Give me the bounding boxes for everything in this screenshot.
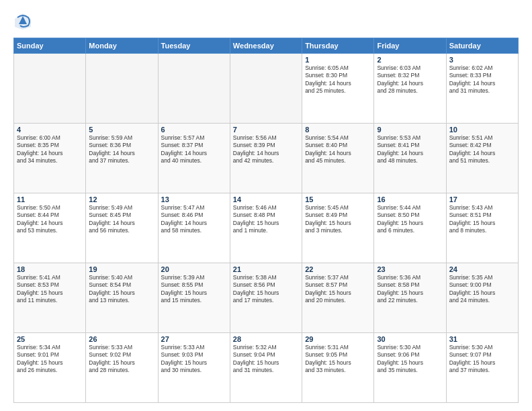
- calendar-cell: 5Sunrise: 5:59 AMSunset: 8:36 PMDaylight…: [86, 124, 158, 193]
- day-info: Sunrise: 5:36 AMSunset: 8:58 PMDaylight:…: [377, 274, 443, 305]
- day-number: 4: [17, 126, 83, 134]
- day-info: Sunrise: 6:02 AMSunset: 8:33 PMDaylight:…: [449, 64, 515, 95]
- calendar-cell: 8Sunrise: 5:54 AMSunset: 8:40 PMDaylight…: [302, 124, 374, 193]
- calendar-cell: 9Sunrise: 5:53 AMSunset: 8:41 PMDaylight…: [374, 124, 446, 193]
- calendar-week-3: 11Sunrise: 5:50 AMSunset: 8:44 PMDayligh…: [14, 193, 519, 263]
- day-info: Sunrise: 5:51 AMSunset: 8:42 PMDaylight:…: [449, 134, 515, 165]
- weekday-header-monday: Monday: [86, 38, 158, 54]
- day-info: Sunrise: 6:05 AMSunset: 8:30 PMDaylight:…: [305, 64, 371, 95]
- day-number: 23: [377, 265, 443, 273]
- calendar-cell: 13Sunrise: 5:47 AMSunset: 8:46 PMDayligh…: [158, 193, 230, 263]
- day-number: 24: [449, 265, 515, 273]
- day-number: 16: [377, 195, 443, 203]
- day-info: Sunrise: 6:00 AMSunset: 8:35 PMDaylight:…: [17, 134, 83, 165]
- calendar-cell: 27Sunrise: 5:33 AMSunset: 9:03 PMDayligh…: [158, 333, 230, 403]
- day-number: 26: [89, 335, 154, 343]
- day-info: Sunrise: 5:32 AMSunset: 9:04 PMDaylight:…: [233, 344, 299, 375]
- day-number: 15: [305, 195, 371, 203]
- weekday-header-tuesday: Tuesday: [158, 38, 230, 54]
- calendar-cell: 16Sunrise: 5:44 AMSunset: 8:50 PMDayligh…: [374, 193, 446, 263]
- calendar-cell: 29Sunrise: 5:31 AMSunset: 9:05 PMDayligh…: [302, 333, 374, 403]
- calendar-week-2: 4Sunrise: 6:00 AMSunset: 8:35 PMDaylight…: [14, 124, 519, 193]
- day-info: Sunrise: 5:45 AMSunset: 8:49 PMDaylight:…: [305, 204, 371, 235]
- calendar-cell: 11Sunrise: 5:50 AMSunset: 8:44 PMDayligh…: [14, 193, 86, 263]
- day-number: 31: [449, 335, 515, 343]
- day-info: Sunrise: 5:56 AMSunset: 8:39 PMDaylight:…: [233, 134, 299, 165]
- day-info: Sunrise: 5:30 AMSunset: 9:06 PMDaylight:…: [377, 344, 443, 375]
- day-info: Sunrise: 5:44 AMSunset: 8:50 PMDaylight:…: [377, 204, 443, 235]
- calendar-cell: 17Sunrise: 5:43 AMSunset: 8:51 PMDayligh…: [446, 193, 518, 263]
- calendar-cell: [230, 54, 302, 124]
- day-info: Sunrise: 5:46 AMSunset: 8:48 PMDaylight:…: [233, 204, 299, 235]
- calendar-header-row: SundayMondayTuesdayWednesdayThursdayFrid…: [14, 38, 519, 54]
- calendar-cell: [86, 54, 158, 124]
- calendar-cell: 14Sunrise: 5:46 AMSunset: 8:48 PMDayligh…: [230, 193, 302, 263]
- calendar-cell: 24Sunrise: 5:35 AMSunset: 9:00 PMDayligh…: [446, 263, 518, 333]
- calendar-cell: 15Sunrise: 5:45 AMSunset: 8:49 PMDayligh…: [302, 193, 374, 263]
- calendar-cell: 19Sunrise: 5:40 AMSunset: 8:54 PMDayligh…: [86, 263, 158, 333]
- day-number: 19: [89, 265, 154, 273]
- day-info: Sunrise: 5:33 AMSunset: 9:03 PMDaylight:…: [161, 344, 227, 375]
- calendar-week-1: 1Sunrise: 6:05 AMSunset: 8:30 PMDaylight…: [14, 54, 519, 124]
- day-info: Sunrise: 5:53 AMSunset: 8:41 PMDaylight:…: [377, 134, 443, 165]
- calendar-cell: 22Sunrise: 5:37 AMSunset: 8:57 PMDayligh…: [302, 263, 374, 333]
- day-number: 7: [233, 126, 299, 134]
- day-number: 8: [305, 126, 371, 134]
- day-number: 25: [17, 335, 83, 343]
- weekday-header-sunday: Sunday: [14, 38, 86, 54]
- weekday-header-friday: Friday: [374, 38, 446, 54]
- day-number: 13: [161, 195, 227, 203]
- calendar-cell: 23Sunrise: 5:36 AMSunset: 8:58 PMDayligh…: [374, 263, 446, 333]
- day-number: 30: [377, 335, 443, 343]
- calendar-cell: 10Sunrise: 5:51 AMSunset: 8:42 PMDayligh…: [446, 124, 518, 193]
- day-info: Sunrise: 5:47 AMSunset: 8:46 PMDaylight:…: [161, 204, 227, 235]
- day-info: Sunrise: 5:35 AMSunset: 9:00 PMDaylight:…: [449, 274, 515, 305]
- calendar-cell: 4Sunrise: 6:00 AMSunset: 8:35 PMDaylight…: [14, 124, 86, 193]
- day-number: 27: [161, 335, 227, 343]
- day-info: Sunrise: 5:50 AMSunset: 8:44 PMDaylight:…: [17, 204, 83, 235]
- calendar-cell: 31Sunrise: 5:30 AMSunset: 9:07 PMDayligh…: [446, 333, 518, 403]
- day-info: Sunrise: 5:59 AMSunset: 8:36 PMDaylight:…: [89, 134, 154, 165]
- day-info: Sunrise: 5:33 AMSunset: 9:02 PMDaylight:…: [89, 344, 154, 375]
- day-number: 21: [233, 265, 299, 273]
- calendar-cell: 21Sunrise: 5:38 AMSunset: 8:56 PMDayligh…: [230, 263, 302, 333]
- day-number: 3: [449, 56, 515, 64]
- calendar-cell: 28Sunrise: 5:32 AMSunset: 9:04 PMDayligh…: [230, 333, 302, 403]
- header: [13, 12, 519, 31]
- calendar-cell: 20Sunrise: 5:39 AMSunset: 8:55 PMDayligh…: [158, 263, 230, 333]
- logo-icon: [13, 12, 32, 31]
- day-number: 10: [449, 126, 515, 134]
- calendar-cell: 26Sunrise: 5:33 AMSunset: 9:02 PMDayligh…: [86, 333, 158, 403]
- day-info: Sunrise: 5:39 AMSunset: 8:55 PMDaylight:…: [161, 274, 227, 305]
- day-number: 2: [377, 56, 443, 64]
- calendar-cell: [14, 54, 86, 124]
- day-number: 9: [377, 126, 443, 134]
- calendar-cell: 1Sunrise: 6:05 AMSunset: 8:30 PMDaylight…: [302, 54, 374, 124]
- day-number: 5: [89, 126, 154, 134]
- calendar-cell: 12Sunrise: 5:49 AMSunset: 8:45 PMDayligh…: [86, 193, 158, 263]
- day-number: 6: [161, 126, 227, 134]
- calendar-week-5: 25Sunrise: 5:34 AMSunset: 9:01 PMDayligh…: [14, 333, 519, 403]
- day-info: Sunrise: 5:30 AMSunset: 9:07 PMDaylight:…: [449, 344, 515, 375]
- day-number: 20: [161, 265, 227, 273]
- day-info: Sunrise: 5:57 AMSunset: 8:37 PMDaylight:…: [161, 134, 227, 165]
- day-number: 22: [305, 265, 371, 273]
- weekday-header-saturday: Saturday: [446, 38, 518, 54]
- calendar-cell: 25Sunrise: 5:34 AMSunset: 9:01 PMDayligh…: [14, 333, 86, 403]
- calendar-cell: 7Sunrise: 5:56 AMSunset: 8:39 PMDaylight…: [230, 124, 302, 193]
- day-number: 1: [305, 56, 371, 64]
- day-number: 17: [449, 195, 515, 203]
- page: SundayMondayTuesdayWednesdayThursdayFrid…: [0, 0, 532, 411]
- calendar-cell: 6Sunrise: 5:57 AMSunset: 8:37 PMDaylight…: [158, 124, 230, 193]
- day-info: Sunrise: 5:34 AMSunset: 9:01 PMDaylight:…: [17, 344, 83, 375]
- calendar-week-4: 18Sunrise: 5:41 AMSunset: 8:53 PMDayligh…: [14, 263, 519, 333]
- day-info: Sunrise: 5:38 AMSunset: 8:56 PMDaylight:…: [233, 274, 299, 305]
- day-number: 28: [233, 335, 299, 343]
- day-number: 11: [17, 195, 83, 203]
- day-number: 12: [89, 195, 154, 203]
- day-info: Sunrise: 5:54 AMSunset: 8:40 PMDaylight:…: [305, 134, 371, 165]
- day-number: 29: [305, 335, 371, 343]
- weekday-header-wednesday: Wednesday: [230, 38, 302, 54]
- day-info: Sunrise: 5:31 AMSunset: 9:05 PMDaylight:…: [305, 344, 371, 375]
- calendar-cell: 30Sunrise: 5:30 AMSunset: 9:06 PMDayligh…: [374, 333, 446, 403]
